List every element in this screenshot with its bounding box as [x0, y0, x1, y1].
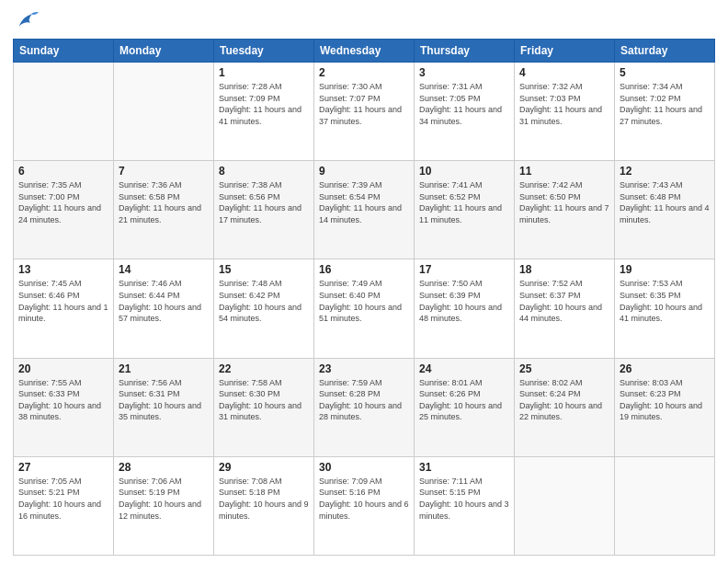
- day-number: 16: [319, 263, 409, 276]
- calendar-cell: 2Sunrise: 7:30 AM Sunset: 7:07 PM Daylig…: [314, 63, 415, 161]
- day-info: Sunrise: 7:05 AM Sunset: 5:21 PM Dayligh…: [18, 476, 108, 522]
- day-info: Sunrise: 7:34 AM Sunset: 7:02 PM Dayligh…: [620, 81, 710, 127]
- calendar-cell: 31Sunrise: 7:11 AM Sunset: 5:15 PM Dayli…: [415, 456, 515, 555]
- day-info: Sunrise: 7:39 AM Sunset: 6:54 PM Dayligh…: [319, 179, 409, 225]
- calendar-week-row: 13Sunrise: 7:45 AM Sunset: 6:46 PM Dayli…: [14, 259, 715, 358]
- calendar-cell: 28Sunrise: 7:06 AM Sunset: 5:19 PM Dayli…: [114, 456, 214, 555]
- day-number: 26: [620, 362, 710, 375]
- day-info: Sunrise: 7:43 AM Sunset: 6:48 PM Dayligh…: [620, 179, 710, 225]
- day-info: Sunrise: 7:46 AM Sunset: 6:44 PM Dayligh…: [119, 278, 209, 324]
- day-info: Sunrise: 7:08 AM Sunset: 5:18 PM Dayligh…: [219, 476, 309, 522]
- day-info: Sunrise: 7:38 AM Sunset: 6:56 PM Dayligh…: [219, 179, 309, 225]
- day-number: 7: [119, 165, 209, 178]
- day-info: Sunrise: 7:42 AM Sunset: 6:50 PM Dayligh…: [519, 179, 609, 225]
- day-number: 10: [419, 165, 509, 178]
- day-info: Sunrise: 7:48 AM Sunset: 6:42 PM Dayligh…: [219, 278, 309, 324]
- day-number: 3: [419, 66, 509, 79]
- day-info: Sunrise: 7:49 AM Sunset: 6:40 PM Dayligh…: [319, 278, 409, 324]
- day-number: 5: [620, 66, 710, 79]
- calendar-cell: 13Sunrise: 7:45 AM Sunset: 6:46 PM Dayli…: [14, 259, 114, 358]
- day-info: Sunrise: 7:45 AM Sunset: 6:46 PM Dayligh…: [18, 278, 108, 324]
- day-info: Sunrise: 8:02 AM Sunset: 6:24 PM Dayligh…: [519, 377, 609, 423]
- calendar-week-row: 20Sunrise: 7:55 AM Sunset: 6:33 PM Dayli…: [14, 358, 715, 456]
- calendar-header-sunday: Sunday: [14, 40, 114, 63]
- calendar-cell: 11Sunrise: 7:42 AM Sunset: 6:50 PM Dayli…: [515, 161, 615, 259]
- header: [13, 9, 715, 33]
- day-number: 2: [319, 66, 409, 79]
- day-number: 4: [519, 66, 609, 79]
- day-info: Sunrise: 7:55 AM Sunset: 6:33 PM Dayligh…: [18, 377, 108, 423]
- calendar-header-friday: Friday: [515, 40, 615, 63]
- calendar-cell: 21Sunrise: 7:56 AM Sunset: 6:31 PM Dayli…: [114, 358, 214, 456]
- day-number: 13: [18, 263, 108, 276]
- day-number: 1: [219, 66, 309, 79]
- calendar-cell: 30Sunrise: 7:09 AM Sunset: 5:16 PM Dayli…: [314, 456, 415, 555]
- calendar-cell: 19Sunrise: 7:53 AM Sunset: 6:35 PM Dayli…: [615, 259, 715, 358]
- calendar-cell: 5Sunrise: 7:34 AM Sunset: 7:02 PM Daylig…: [615, 63, 715, 161]
- calendar-cell: [14, 63, 114, 161]
- day-number: 31: [419, 461, 509, 474]
- calendar-cell: 12Sunrise: 7:43 AM Sunset: 6:48 PM Dayli…: [615, 161, 715, 259]
- calendar-cell: 9Sunrise: 7:39 AM Sunset: 6:54 PM Daylig…: [314, 161, 415, 259]
- day-info: Sunrise: 7:06 AM Sunset: 5:19 PM Dayligh…: [119, 476, 209, 522]
- day-number: 27: [18, 461, 108, 474]
- calendar-cell: 6Sunrise: 7:35 AM Sunset: 7:00 PM Daylig…: [14, 161, 114, 259]
- calendar-cell: 15Sunrise: 7:48 AM Sunset: 6:42 PM Dayli…: [214, 259, 314, 358]
- calendar-cell: 10Sunrise: 7:41 AM Sunset: 6:52 PM Dayli…: [415, 161, 515, 259]
- day-number: 29: [219, 461, 309, 474]
- calendar-cell: [114, 63, 214, 161]
- calendar-cell: 3Sunrise: 7:31 AM Sunset: 7:05 PM Daylig…: [415, 63, 515, 161]
- calendar-cell: [615, 456, 715, 555]
- calendar-week-row: 6Sunrise: 7:35 AM Sunset: 7:00 PM Daylig…: [14, 161, 715, 259]
- calendar-header-thursday: Thursday: [415, 40, 515, 63]
- calendar-header-wednesday: Wednesday: [314, 40, 415, 63]
- calendar-cell: 29Sunrise: 7:08 AM Sunset: 5:18 PM Dayli…: [214, 456, 314, 555]
- calendar-header-saturday: Saturday: [615, 40, 715, 63]
- day-number: 17: [419, 263, 509, 276]
- day-info: Sunrise: 7:36 AM Sunset: 6:58 PM Dayligh…: [119, 179, 209, 225]
- day-info: Sunrise: 7:53 AM Sunset: 6:35 PM Dayligh…: [620, 278, 710, 324]
- day-number: 12: [620, 165, 710, 178]
- day-number: 6: [18, 165, 108, 178]
- day-info: Sunrise: 8:03 AM Sunset: 6:23 PM Dayligh…: [620, 377, 710, 423]
- day-info: Sunrise: 7:59 AM Sunset: 6:28 PM Dayligh…: [319, 377, 409, 423]
- calendar-cell: 16Sunrise: 7:49 AM Sunset: 6:40 PM Dayli…: [314, 259, 415, 358]
- calendar-cell: 25Sunrise: 8:02 AM Sunset: 6:24 PM Dayli…: [515, 358, 615, 456]
- page: SundayMondayTuesdayWednesdayThursdayFrid…: [0, 0, 728, 563]
- calendar-cell: 4Sunrise: 7:32 AM Sunset: 7:03 PM Daylig…: [515, 63, 615, 161]
- calendar-cell: 26Sunrise: 8:03 AM Sunset: 6:23 PM Dayli…: [615, 358, 715, 456]
- day-info: Sunrise: 7:09 AM Sunset: 5:16 PM Dayligh…: [319, 476, 409, 522]
- day-info: Sunrise: 8:01 AM Sunset: 6:26 PM Dayligh…: [419, 377, 509, 423]
- calendar-cell: 24Sunrise: 8:01 AM Sunset: 6:26 PM Dayli…: [415, 358, 515, 456]
- day-info: Sunrise: 7:28 AM Sunset: 7:09 PM Dayligh…: [219, 81, 309, 127]
- day-info: Sunrise: 7:32 AM Sunset: 7:03 PM Dayligh…: [519, 81, 609, 127]
- day-info: Sunrise: 7:52 AM Sunset: 6:37 PM Dayligh…: [519, 278, 609, 324]
- day-number: 15: [219, 263, 309, 276]
- calendar-cell: 14Sunrise: 7:46 AM Sunset: 6:44 PM Dayli…: [114, 259, 214, 358]
- calendar-cell: 17Sunrise: 7:50 AM Sunset: 6:39 PM Dayli…: [415, 259, 515, 358]
- day-number: 25: [519, 362, 609, 375]
- logo-bird-icon: [15, 7, 40, 33]
- day-number: 24: [419, 362, 509, 375]
- calendar-cell: 1Sunrise: 7:28 AM Sunset: 7:09 PM Daylig…: [214, 63, 314, 161]
- day-number: 20: [18, 362, 108, 375]
- calendar-header-monday: Monday: [114, 40, 214, 63]
- day-info: Sunrise: 7:50 AM Sunset: 6:39 PM Dayligh…: [419, 278, 509, 324]
- calendar-cell: 22Sunrise: 7:58 AM Sunset: 6:30 PM Dayli…: [214, 358, 314, 456]
- calendar-cell: 20Sunrise: 7:55 AM Sunset: 6:33 PM Dayli…: [14, 358, 114, 456]
- calendar-cell: 18Sunrise: 7:52 AM Sunset: 6:37 PM Dayli…: [515, 259, 615, 358]
- calendar-table: SundayMondayTuesdayWednesdayThursdayFrid…: [13, 39, 715, 556]
- calendar-week-row: 27Sunrise: 7:05 AM Sunset: 5:21 PM Dayli…: [14, 456, 715, 555]
- day-number: 28: [119, 461, 209, 474]
- day-info: Sunrise: 7:11 AM Sunset: 5:15 PM Dayligh…: [419, 476, 509, 522]
- day-number: 14: [119, 263, 209, 276]
- day-number: 11: [519, 165, 609, 178]
- day-number: 18: [519, 263, 609, 276]
- logo: [13, 9, 40, 33]
- calendar-cell: 27Sunrise: 7:05 AM Sunset: 5:21 PM Dayli…: [14, 456, 114, 555]
- day-number: 22: [219, 362, 309, 375]
- day-info: Sunrise: 7:30 AM Sunset: 7:07 PM Dayligh…: [319, 81, 409, 127]
- calendar-week-row: 1Sunrise: 7:28 AM Sunset: 7:09 PM Daylig…: [14, 63, 715, 161]
- calendar-header-row: SundayMondayTuesdayWednesdayThursdayFrid…: [14, 40, 715, 63]
- day-info: Sunrise: 7:58 AM Sunset: 6:30 PM Dayligh…: [219, 377, 309, 423]
